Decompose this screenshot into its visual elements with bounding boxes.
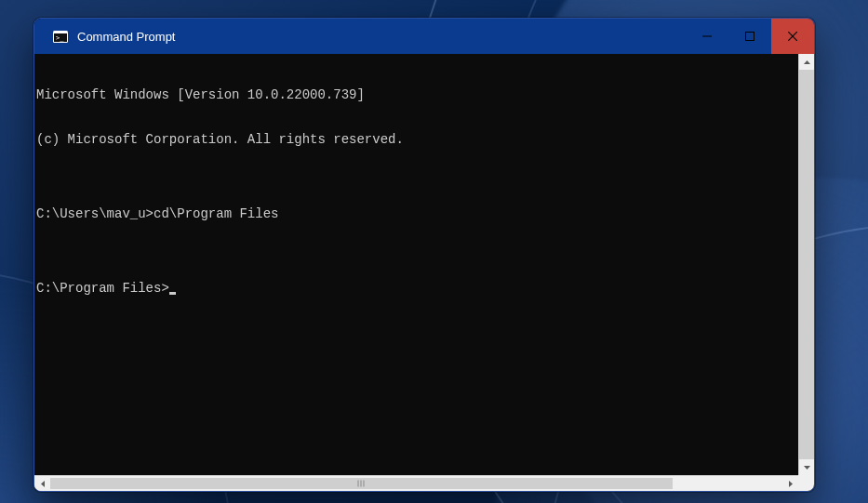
scroll-left-arrow-icon[interactable]	[34, 476, 50, 491]
console-prompt: C:\Program Files>	[36, 281, 169, 296]
svg-marker-8	[804, 466, 810, 470]
svg-marker-10	[789, 481, 793, 487]
console-prompt-line: C:\Program Files>	[36, 281, 796, 296]
vertical-scrollbar[interactable]	[798, 54, 814, 475]
scroll-up-arrow-icon[interactable]	[799, 54, 814, 70]
svg-rect-4	[746, 33, 754, 41]
vertical-scroll-track[interactable]	[799, 70, 814, 459]
scrollbar-corner	[798, 475, 814, 491]
cursor	[169, 292, 176, 295]
svg-rect-3	[702, 36, 712, 37]
svg-marker-7	[804, 60, 810, 64]
command-prompt-window: >_ Command Prompt Microsoft Windows [Ver…	[33, 18, 815, 492]
vertical-scroll-thumb[interactable]	[799, 70, 814, 459]
window-title: Command Prompt	[77, 30, 175, 44]
console-line: (c) Microsoft Corporation. All rights re…	[36, 132, 796, 147]
horizontal-scrollbar[interactable]	[34, 475, 798, 491]
horizontal-scroll-thumb[interactable]	[50, 478, 673, 489]
svg-marker-9	[41, 481, 45, 487]
scroll-down-arrow-icon[interactable]	[799, 459, 814, 475]
maximize-button[interactable]	[728, 19, 771, 54]
svg-text:>_: >_	[56, 34, 64, 42]
titlebar[interactable]: >_ Command Prompt	[34, 19, 814, 54]
client-area: Microsoft Windows [Version 10.0.22000.73…	[34, 54, 814, 491]
console-line: C:\Users\mav_u>cd\Program Files	[36, 206, 796, 221]
command-prompt-icon: >_	[53, 30, 68, 43]
console-line: Microsoft Windows [Version 10.0.22000.73…	[36, 87, 796, 102]
console-output[interactable]: Microsoft Windows [Version 10.0.22000.73…	[34, 54, 798, 475]
scroll-right-arrow-icon[interactable]	[782, 476, 798, 491]
horizontal-scroll-track[interactable]	[50, 476, 782, 491]
minimize-button[interactable]	[686, 19, 728, 54]
close-button[interactable]	[771, 19, 814, 54]
